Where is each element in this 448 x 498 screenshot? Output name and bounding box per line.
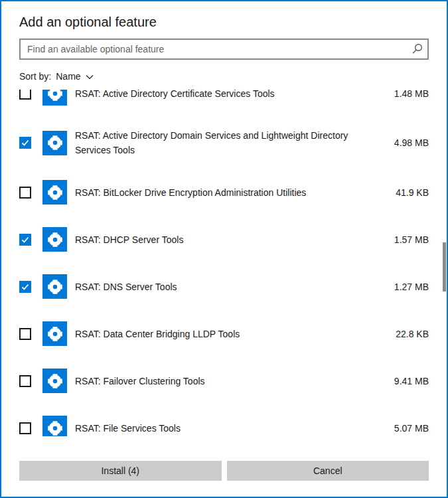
chevron-down-icon <box>86 74 94 80</box>
feature-row[interactable]: RSAT: File Services Tools 5.07 MB <box>1 404 447 436</box>
checkmark-icon <box>21 283 29 291</box>
feature-size: 1.48 MB <box>386 90 429 101</box>
feature-checkbox[interactable] <box>19 234 31 246</box>
sort-by-value: Name <box>56 71 80 82</box>
sort-by-label: Sort by: <box>19 71 51 82</box>
feature-row[interactable]: RSAT: DHCP Server Tools 1.57 MB <box>1 216 447 263</box>
feature-name: RSAT: Active Directory Domain Services a… <box>75 128 386 157</box>
feature-name: RSAT: Data Center Bridging LLDP Tools <box>75 327 240 341</box>
feature-name: RSAT: File Services Tools <box>75 421 181 436</box>
rsat-gear-icon <box>42 274 67 299</box>
feature-size: 41.9 KB <box>388 185 429 200</box>
checkmark-icon <box>21 236 29 244</box>
feature-checkbox[interactable] <box>19 328 31 340</box>
rsat-gear-icon <box>42 321 67 346</box>
feature-size: 1.27 MB <box>386 280 429 294</box>
cancel-button[interactable]: Cancel <box>227 461 429 481</box>
scrollbar-thumb[interactable] <box>443 242 446 291</box>
sort-by-dropdown[interactable]: Sort by: Name <box>19 71 94 82</box>
feature-checkbox[interactable] <box>19 137 31 149</box>
feature-row[interactable]: RSAT: Active Directory Domain Services a… <box>1 117 447 169</box>
feature-row[interactable]: RSAT: Failover Clustering Tools 9.41 MB <box>1 357 447 404</box>
feature-size: 4.98 MB <box>386 135 429 150</box>
feature-row[interactable]: RSAT: Active Directory Certificate Servi… <box>1 90 447 117</box>
feature-name: RSAT: Active Directory Certificate Servi… <box>75 90 275 101</box>
search-icon[interactable] <box>411 43 423 54</box>
feature-name: RSAT: Failover Clustering Tools <box>75 374 205 388</box>
feature-checkbox[interactable] <box>19 281 31 293</box>
feature-size: 1.57 MB <box>386 232 429 247</box>
rsat-gear-icon <box>42 369 67 393</box>
feature-row[interactable]: RSAT: Data Center Bridging LLDP Tools 22… <box>1 310 447 357</box>
feature-checkbox[interactable] <box>19 422 31 434</box>
feature-row[interactable]: RSAT: BitLocker Drive Encryption Adminis… <box>1 169 447 216</box>
feature-size: 22.8 KB <box>388 327 429 341</box>
feature-row[interactable]: RSAT: DNS Server Tools 1.27 MB <box>1 263 447 310</box>
rsat-gear-icon <box>42 90 67 106</box>
feature-size: 5.07 MB <box>386 421 429 436</box>
rsat-gear-icon <box>42 227 67 252</box>
add-optional-feature-dialog: Add an optional feature Sort by: Name <box>0 0 448 498</box>
feature-size: 9.41 MB <box>386 374 429 388</box>
feature-list: RSAT: Active Directory Certificate Servi… <box>1 90 447 436</box>
page-title: Add an optional feature <box>19 15 429 30</box>
dialog-footer: Install (4) Cancel <box>1 461 447 497</box>
rsat-gear-icon <box>42 416 67 436</box>
install-button[interactable]: Install (4) <box>19 461 222 481</box>
rsat-gear-icon <box>42 131 67 155</box>
rsat-gear-icon <box>42 180 67 205</box>
feature-checkbox[interactable] <box>19 375 31 387</box>
feature-name: RSAT: BitLocker Drive Encryption Adminis… <box>75 185 306 200</box>
feature-checkbox[interactable] <box>19 187 31 199</box>
feature-checkbox[interactable] <box>19 90 31 100</box>
dialog-header: Add an optional feature Sort by: Name <box>1 1 447 82</box>
checkmark-icon <box>21 139 29 147</box>
feature-name: RSAT: DHCP Server Tools <box>75 232 183 247</box>
feature-name: RSAT: DNS Server Tools <box>75 280 177 294</box>
search-box <box>19 39 429 60</box>
search-input[interactable] <box>19 39 429 60</box>
